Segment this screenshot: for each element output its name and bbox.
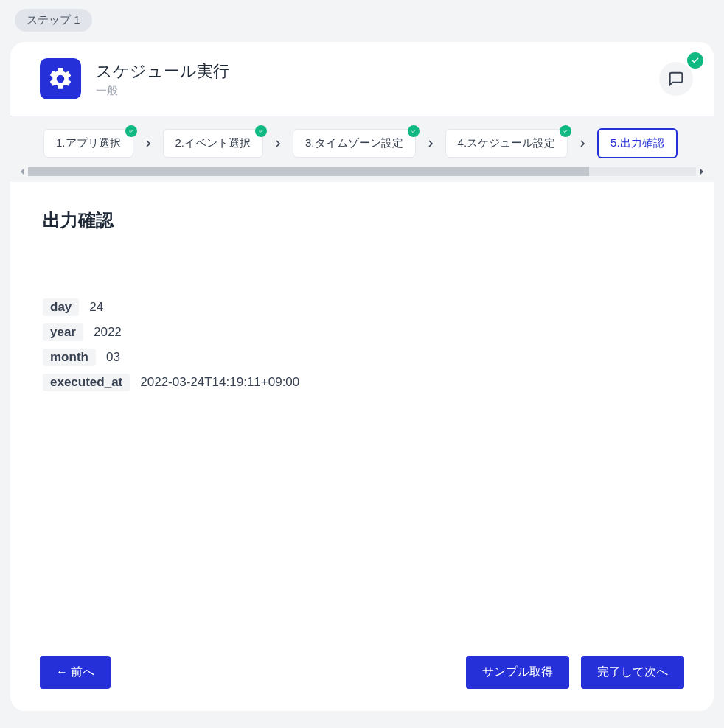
gear-icon <box>40 58 81 99</box>
svg-marker-3 <box>21 169 24 175</box>
app-title: スケジュール実行 <box>96 60 659 83</box>
output-key: year <box>43 323 83 341</box>
scroll-thumb[interactable] <box>28 167 589 176</box>
step-tab-label: 4.スケジュール設定 <box>458 136 556 150</box>
next-button[interactable]: 完了して次へ <box>581 656 684 689</box>
output-list: day24year2022month03executed_at2022-03-2… <box>43 298 681 391</box>
chevron-right-icon <box>139 138 157 150</box>
output-value: 2022-03-24T14:19:11+09:00 <box>140 375 299 390</box>
chevron-right-icon <box>422 138 439 150</box>
step-tab-label: 5.出力確認 <box>610 136 664 150</box>
scroll-track[interactable] <box>28 167 696 176</box>
chevron-right-icon <box>269 138 287 150</box>
section-title: 出力確認 <box>43 209 681 232</box>
check-icon <box>408 125 420 137</box>
output-key: month <box>43 349 96 366</box>
chat-icon <box>668 71 684 87</box>
sample-button[interactable]: サンプル取得 <box>466 656 569 689</box>
step-tab-3[interactable]: 3.タイムゾーン設定 <box>293 129 416 158</box>
check-icon <box>560 125 571 137</box>
output-row: executed_at2022-03-24T14:19:11+09:00 <box>43 374 681 391</box>
output-value: 2022 <box>94 325 122 340</box>
step-tab-label: 1.アプリ選択 <box>56 136 121 150</box>
check-icon <box>125 125 137 137</box>
chevron-right-icon <box>574 138 591 150</box>
step-tab-2[interactable]: 2.イベント選択 <box>163 129 264 158</box>
step-tab-label: 3.タイムゾーン設定 <box>305 136 403 150</box>
horizontal-scrollbar[interactable] <box>10 158 714 182</box>
step-tab-1[interactable]: 1.アプリ選択 <box>43 129 133 158</box>
scroll-left-icon[interactable] <box>16 168 28 175</box>
scroll-right-icon[interactable] <box>696 168 708 175</box>
card-header: スケジュール実行 一般 <box>10 42 714 116</box>
step-tab-label: 2.イベント選択 <box>175 136 251 150</box>
svg-marker-4 <box>700 169 703 175</box>
comment-button[interactable] <box>659 62 693 96</box>
output-row: day24 <box>43 298 681 316</box>
output-key: executed_at <box>43 374 130 391</box>
footer: ← 前へ サンプル取得 完了して次へ <box>10 638 714 711</box>
step-tab-4[interactable]: 4.スケジュール設定 <box>445 129 568 158</box>
content-area: 出力確認 day24year2022month03executed_at2022… <box>10 182 714 638</box>
output-row: year2022 <box>43 323 681 341</box>
step-badge: ステップ 1 <box>15 9 92 32</box>
step-tab-5[interactable]: 5.出力確認 <box>597 128 678 158</box>
output-key: day <box>43 298 79 316</box>
check-icon <box>255 125 267 137</box>
back-button[interactable]: ← 前へ <box>40 656 111 689</box>
app-subtitle: 一般 <box>96 84 659 98</box>
step-tabs: 1.アプリ選択2.イベント選択3.タイムゾーン設定4.スケジュール設定5.出力確… <box>10 116 714 158</box>
output-row: month03 <box>43 349 681 366</box>
output-value: 24 <box>89 300 103 315</box>
output-value: 03 <box>106 350 120 365</box>
step-card: スケジュール実行 一般 1.アプリ選択2.イベント選択3.タイムゾーン設定4.ス… <box>10 42 714 711</box>
